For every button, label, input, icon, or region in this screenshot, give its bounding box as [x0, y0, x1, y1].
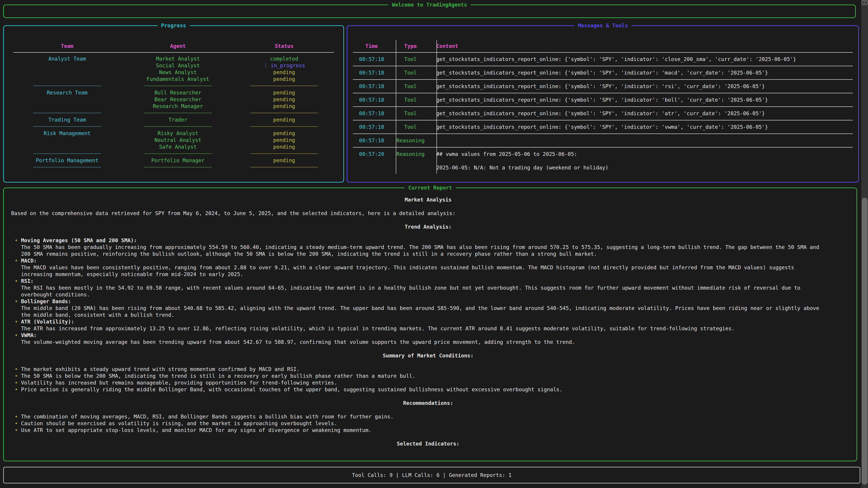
section-heading: Recommendations:	[11, 400, 845, 406]
type-cell: Reasoning	[391, 151, 431, 171]
progress-row: Analyst TeamMarket Analystcompleted	[4, 55, 343, 62]
bullet-label: VWMA:	[21, 332, 827, 339]
status-text: pending	[273, 76, 295, 82]
messages-table-header: Time Type Content	[347, 43, 858, 50]
team-cell	[13, 96, 121, 103]
progress-rows: Analyst TeamMarket AnalystcompletedSocia…	[4, 55, 343, 170]
status-bar-text: Tool Calls: 9 | LLM Calls: 6 | Generated…	[352, 472, 512, 479]
bullet-text: Volatility has increased but remains man…	[21, 379, 827, 386]
bullet-icon: •	[15, 257, 18, 264]
team-cell	[13, 103, 121, 109]
header-separator	[13, 52, 334, 53]
team-separator-row	[4, 123, 343, 130]
bullet-label: Moving Averages (50 SMA and 200 SMA):	[21, 237, 827, 244]
status-cell: pending	[235, 157, 334, 164]
spinner-icon: ⋮	[263, 63, 268, 68]
column-header-content: Content	[431, 43, 853, 50]
agent-cell: Portfolio Manager	[121, 157, 235, 164]
message-row: 00:57:18Toolget_stockstats_indicators_re…	[347, 96, 858, 103]
team-separator-row	[4, 83, 343, 89]
message-row: 00:57:20Reasoning## vwma values from 202…	[347, 151, 858, 171]
bullet-icon: •	[15, 278, 18, 285]
message-row: 00:57:18Toolget_stockstats_indicators_re…	[347, 124, 858, 130]
progress-row: Research Managerpending	[4, 103, 343, 109]
progress-panel: Progress Team Agent Status Analyst TeamM…	[3, 25, 344, 183]
column-header-status: Status	[235, 43, 334, 50]
time-cell: 00:57:18	[353, 69, 391, 76]
bullet-icon: •	[15, 386, 18, 393]
content-cell: get_stockstats_indicators_report_online:…	[431, 83, 853, 90]
section-heading: Summary of Market Conditions:	[11, 352, 845, 359]
bullet-label: MACD:	[21, 257, 827, 264]
bullet-text: The volume-weighted moving average has b…	[21, 339, 827, 346]
welcome-title: Welcome to TradingAgents	[388, 1, 471, 8]
progress-table-header: Team Agent Status	[4, 43, 343, 50]
type-cell: Tool	[391, 83, 431, 90]
bullet-icon: •	[15, 332, 18, 339]
progress-row: Neutral Analystpending	[4, 137, 343, 143]
agent-cell: News Analyst	[121, 69, 235, 76]
report-bullet: •Moving Averages (50 SMA and 200 SMA):Th…	[11, 237, 827, 257]
bullet-icon: •	[15, 318, 18, 325]
status-cell: pending	[235, 130, 334, 137]
type-cell: Reasoning	[391, 137, 431, 144]
status-cell: pending	[235, 116, 334, 123]
time-cell: 00:57:18	[353, 124, 391, 130]
team-cell	[13, 76, 121, 83]
agent-cell: Fundamentals Analyst	[121, 76, 235, 83]
bullet-text: The middle band (20 SMA) has been rising…	[21, 305, 827, 318]
progress-row: Social Analyst⋮in_progress	[4, 62, 343, 69]
report-bullet: •MACD:The MACD values have been consiste…	[11, 257, 827, 278]
scrollbar-thumb[interactable]	[862, 198, 868, 485]
status-text: pending	[273, 117, 295, 123]
report-bullet: •ATR (Volatility):The ATR has increased …	[11, 318, 827, 332]
message-row: 00:57:18Toolget_stockstats_indicators_re…	[347, 69, 858, 76]
scrollbar-menu-icon[interactable]	[862, 0, 868, 5]
content-cell: get_stockstats_indicators_report_online:…	[431, 69, 853, 76]
message-row: 00:57:18Toolget_stockstats_indicators_re…	[347, 110, 858, 117]
status-cell: pending	[235, 137, 334, 143]
report-intro: Based on the comprehensive data retrieve…	[11, 210, 845, 217]
report-bullet: •The combination of moving averages, MAC…	[11, 413, 827, 420]
team-cell: Research Team	[13, 89, 121, 96]
report-body: Market Analysis Based on the comprehensi…	[4, 188, 857, 447]
time-cell: 00:57:18	[353, 110, 391, 117]
row-separator	[353, 106, 853, 107]
row-separator	[353, 93, 853, 93]
status-text: completed	[270, 56, 298, 62]
bullet-label: ATR (Volatility):	[21, 318, 827, 325]
progress-row: Risk ManagementRisky Analystpending	[4, 130, 343, 137]
report-bullet: •RSI:The RSI has been mostly in the 54.9…	[11, 278, 827, 298]
bullet-icon: •	[15, 298, 18, 305]
welcome-panel: Welcome to TradingAgents	[3, 4, 856, 18]
progress-table: Team Agent Status Analyst TeamMarket Ana…	[4, 26, 343, 170]
agent-cell: Research Manager	[121, 103, 235, 109]
progress-row: Portfolio ManagementPortfolio Managerpen…	[4, 157, 343, 164]
status-cell: pending	[235, 103, 334, 109]
status-text: pending	[273, 69, 295, 75]
team-cell: Risk Management	[13, 130, 121, 137]
bullet-list: •The market exhibits a steady upward tre…	[11, 366, 845, 393]
column-header-team: Team	[13, 43, 121, 50]
progress-row: Safe Analystpending	[4, 143, 343, 150]
message-row: 00:57:18Toolget_stockstats_indicators_re…	[347, 83, 858, 90]
status-cell: pending	[235, 89, 334, 96]
status-text: pending	[273, 90, 295, 96]
section-heading: Selected Indicators:	[11, 440, 845, 447]
messages-table: Time Type Content 00:57:18Toolget_stocks…	[347, 26, 858, 171]
agent-cell: Trader	[121, 116, 235, 123]
bullet-icon: •	[15, 413, 18, 420]
bullet-label: Bollinger Bands:	[21, 298, 827, 305]
row-separator	[353, 79, 853, 80]
progress-panel-title: Progress	[158, 22, 190, 29]
agent-cell: Social Analyst	[121, 62, 235, 69]
bullet-icon: •	[15, 427, 18, 433]
scrollbar-track[interactable]	[861, 0, 868, 488]
type-cell: Tool	[391, 96, 431, 103]
agent-cell: Risky Analyst	[121, 130, 235, 137]
column-header-time: Time	[353, 43, 391, 50]
status-text: pending	[273, 130, 295, 136]
progress-row: News Analystpending	[4, 69, 343, 76]
bullet-text: The combination of moving averages, MACD…	[21, 413, 827, 420]
status-cell: pending	[235, 143, 334, 150]
